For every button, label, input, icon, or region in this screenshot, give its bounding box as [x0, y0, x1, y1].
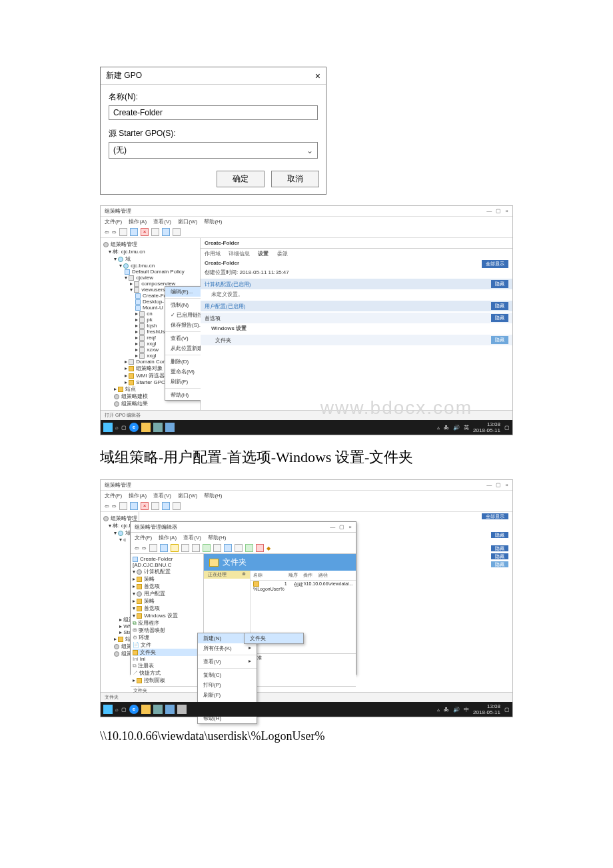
toolbar-btn[interactable] [130, 228, 138, 236]
toolbar-btn[interactable] [181, 544, 189, 552]
help-icon[interactable] [162, 502, 170, 510]
policies-node[interactable]: ▸ 策略 [133, 597, 201, 605]
minimize-icon[interactable]: — [486, 208, 492, 214]
tab-scope[interactable]: 作用域 [205, 251, 221, 257]
delete-icon[interactable]: × [141, 228, 149, 236]
pref-item[interactable]: ⧉ 注册表 [133, 662, 201, 669]
hide-link[interactable]: 隐藏 [491, 302, 508, 310]
back-icon[interactable]: ⇦ [105, 503, 109, 509]
menu-action[interactable]: 操作(A) [159, 535, 177, 541]
add-icon[interactable] [245, 544, 253, 552]
start-icon[interactable] [103, 423, 113, 432]
domains-node[interactable]: ▾ 域 [103, 255, 197, 263]
ctx-view[interactable]: 查看(V)▸ [198, 657, 257, 667]
pref-item[interactable]: 📄 文件 [133, 641, 201, 649]
fwd-icon[interactable]: ⇨ [142, 545, 147, 551]
menu-help[interactable]: 帮助(H) [204, 493, 222, 499]
toolbar-btn[interactable] [173, 228, 181, 236]
default-domain-policy[interactable]: Default Domain Policy [103, 269, 197, 275]
notifications-icon[interactable]: ▢ [504, 707, 510, 713]
toolbar-btn[interactable] [149, 544, 157, 552]
policies-node[interactable]: ▸ 策略 [133, 575, 201, 583]
close-icon[interactable]: × [505, 208, 508, 214]
col-order[interactable]: 顺序 [289, 572, 304, 579]
tray-icon[interactable]: ▵ [437, 707, 440, 713]
show-link[interactable]: 隐藏 [491, 336, 508, 344]
tab-details[interactable]: 详细信息 [229, 251, 250, 257]
menu-action[interactable]: 操作(A) [129, 493, 147, 499]
hide-link[interactable]: 隐藏 [491, 314, 508, 322]
ok-button[interactable]: 确定 [217, 171, 265, 187]
col-action[interactable]: 操作 [303, 572, 318, 579]
menu-action[interactable]: 操作(A) [129, 219, 147, 225]
menu-file[interactable]: 文件(F) [105, 493, 122, 499]
toolbar-btn[interactable] [130, 502, 138, 510]
back-icon[interactable]: ⇦ [135, 545, 139, 551]
ime-icon[interactable]: 中 [464, 706, 469, 713]
ctx-all-tasks[interactable]: 所有任务(K)▸ [198, 643, 257, 653]
ie-icon[interactable]: e [129, 423, 139, 432]
show-all-link[interactable]: 全部显示 [482, 513, 508, 519]
gpm-results[interactable]: 组策略结果 [103, 400, 197, 407]
taskview-icon[interactable]: ▢ [121, 425, 127, 431]
pref-folders[interactable]: 文件夹 [133, 649, 201, 656]
menu-view[interactable]: 查看(V) [183, 535, 201, 541]
gpmc-taskbar-icon[interactable] [165, 705, 175, 714]
diamond-icon[interactable]: ◆ [267, 545, 271, 551]
toolbar-btn[interactable] [173, 502, 181, 510]
pref-item[interactable]: ↗ 快捷方式 [133, 669, 201, 677]
col-name[interactable]: 名称 [253, 572, 289, 579]
volume-icon[interactable]: 🔊 [453, 707, 460, 713]
ctx-print[interactable]: 打印(P) [198, 680, 257, 690]
stop-icon[interactable] [256, 544, 264, 552]
menu-window[interactable]: 窗口(W) [178, 219, 197, 225]
menu-help[interactable]: 帮助(H) [208, 535, 226, 541]
close-icon[interactable]: × [348, 524, 352, 530]
maximize-icon[interactable]: ▢ [496, 482, 501, 488]
ie-icon[interactable]: e [129, 705, 139, 714]
starter-gpo-select[interactable]: (无) ⌄ [109, 142, 318, 159]
explorer-icon[interactable] [141, 705, 151, 714]
control-panel-node[interactable]: ▸ 控制面板 [133, 677, 201, 684]
ctx-copy[interactable]: 复制(C) [198, 670, 257, 680]
menu-file[interactable]: 文件(F) [135, 535, 152, 541]
network-icon[interactable]: 🖧 [444, 425, 449, 431]
domain-node[interactable]: ▾ cjc.bnu.cn [103, 263, 197, 269]
start-icon[interactable] [103, 705, 113, 714]
pref-item[interactable]: Ini Ini [133, 656, 201, 662]
network-icon[interactable]: 🖧 [444, 707, 449, 713]
delete-icon[interactable]: × [141, 502, 149, 510]
back-icon[interactable]: ⇦ [105, 229, 109, 235]
toolbar-btn[interactable] [119, 228, 127, 236]
server-manager-icon[interactable] [153, 705, 163, 714]
maximize-icon[interactable]: ▢ [339, 524, 344, 530]
tab-settings[interactable]: 设置 [258, 251, 269, 257]
search-icon[interactable]: ⌕ [115, 425, 119, 431]
menu-file[interactable]: 文件(F) [105, 219, 122, 225]
collapse-icon[interactable]: ⊗ [242, 571, 246, 578]
menu-help[interactable]: 帮助(H) [204, 219, 222, 225]
toolbar-btn[interactable] [119, 502, 127, 510]
ou-cjcview[interactable]: ▾ cjcview [103, 275, 197, 281]
toolbar-btn[interactable] [160, 544, 168, 552]
editor-root[interactable]: Create-Folder [AD.CJC.BNU.C [133, 556, 201, 568]
volume-icon[interactable]: 🔊 [453, 425, 460, 431]
gpo-name-input[interactable] [109, 105, 318, 120]
toolbar-btn[interactable] [235, 544, 243, 552]
ctx-new-folder[interactable]: 文件夹 [245, 633, 303, 643]
hide-link[interactable]: 隐藏 [491, 545, 508, 551]
list-row[interactable]: %LogonUser% 1 创建 \\10.10.0.66\viewdata\.… [251, 581, 356, 592]
hide-link[interactable]: 隐藏 [491, 553, 508, 559]
close-icon[interactable]: × [505, 482, 508, 488]
help-icon[interactable] [162, 228, 170, 236]
fwd-icon[interactable]: ⇨ [112, 229, 117, 235]
forest-node[interactable]: ▾ 林: cjc.bnu.cn [103, 248, 197, 255]
pref-item[interactable]: ⚙ 环境 [133, 634, 201, 641]
cancel-button[interactable]: 取消 [271, 171, 319, 187]
search-icon[interactable]: ⌕ [115, 707, 119, 713]
ime-icon[interactable]: 英 [464, 424, 469, 431]
minimize-icon[interactable]: — [486, 482, 492, 488]
tray-icon[interactable]: ▵ [437, 425, 440, 431]
show-all-link[interactable]: 全部显示 [482, 260, 508, 268]
toolbar-btn[interactable] [192, 544, 200, 552]
